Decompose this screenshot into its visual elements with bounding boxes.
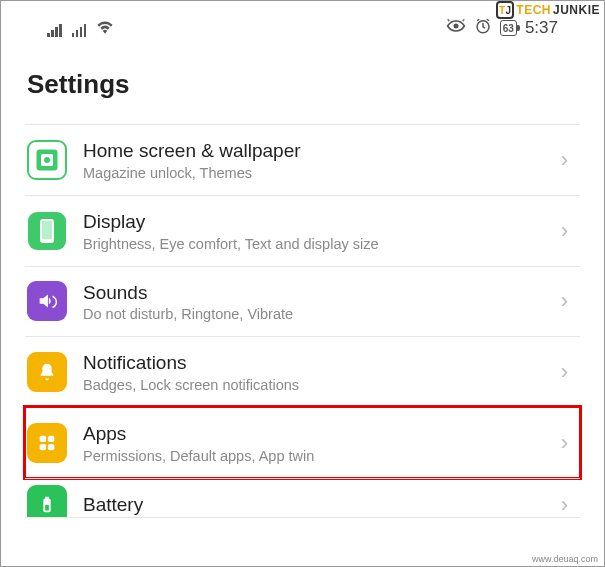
svg-rect-13: [40, 444, 46, 450]
row-subtitle: Do not disturb, Ringtone, Vibrate: [83, 306, 545, 322]
svg-rect-16: [45, 497, 49, 500]
page-title: Settings: [17, 45, 588, 124]
settings-row-battery[interactable]: Battery ›: [25, 478, 580, 518]
row-text: Notifications Badges, Lock screen notifi…: [83, 351, 545, 393]
apps-icon: [27, 423, 67, 463]
sounds-icon: [27, 281, 67, 321]
chevron-right-icon: ›: [561, 430, 572, 456]
alarm-icon: [474, 17, 492, 39]
svg-rect-11: [40, 436, 46, 442]
chevron-right-icon: ›: [561, 147, 572, 173]
display-icon: [27, 211, 67, 251]
watermark-text-2: JUNKIE: [553, 3, 600, 17]
watermark-text-1: TECH: [516, 3, 551, 17]
watermark-bottom: www.deuaq.com: [532, 554, 598, 564]
chevron-right-icon: ›: [561, 288, 572, 314]
row-subtitle: Brightness, Eye comfort, Text and displa…: [83, 236, 545, 252]
row-title: Display: [83, 210, 545, 234]
settings-row-sounds[interactable]: Sounds Do not disturb, Ringtone, Vibrate…: [25, 266, 580, 337]
battery-settings-icon: [27, 485, 67, 518]
row-text: Home screen & wallpaper Magazine unlock,…: [83, 139, 545, 181]
home-screen-icon: [27, 140, 67, 180]
row-title: Battery: [83, 493, 545, 517]
settings-row-notifications[interactable]: Notifications Badges, Lock screen notifi…: [25, 336, 580, 407]
clock-time: 5:37: [525, 18, 558, 38]
svg-point-7: [44, 157, 50, 163]
eye-comfort-icon: [446, 19, 466, 37]
row-subtitle: Badges, Lock screen notifications: [83, 377, 545, 393]
svg-point-0: [453, 24, 458, 29]
row-text: Sounds Do not disturb, Ringtone, Vibrate: [83, 281, 545, 323]
chevron-right-icon: ›: [561, 218, 572, 244]
status-bar-left: [47, 20, 114, 37]
svg-rect-10: [42, 221, 52, 239]
row-subtitle: Permissions, Default apps, App twin: [83, 448, 545, 464]
row-title: Sounds: [83, 281, 545, 305]
settings-list: Home screen & wallpaper Magazine unlock,…: [25, 124, 580, 518]
settings-row-home-screen[interactable]: Home screen & wallpaper Magazine unlock,…: [25, 124, 580, 195]
row-text: Apps Permissions, Default apps, App twin: [83, 422, 545, 464]
svg-line-2: [462, 19, 464, 21]
settings-row-apps[interactable]: Apps Permissions, Default apps, App twin…: [25, 407, 580, 478]
status-bar-right: 63 5:37: [446, 17, 558, 39]
row-text: Battery: [83, 493, 545, 517]
wifi-icon: [96, 20, 114, 37]
signal-icon-2: [72, 23, 87, 37]
row-title: Home screen & wallpaper: [83, 139, 545, 163]
svg-rect-17: [45, 505, 49, 511]
notifications-icon: [27, 352, 67, 392]
signal-icon: [47, 23, 62, 37]
row-subtitle: Magazine unlock, Themes: [83, 165, 545, 181]
svg-rect-12: [48, 436, 54, 442]
row-title: Apps: [83, 422, 545, 446]
phone-screen: 63 5:37 Settings Home screen & wallpaper…: [1, 1, 604, 518]
row-title: Notifications: [83, 351, 545, 375]
battery-percent: 63: [503, 23, 514, 34]
chevron-right-icon: ›: [561, 359, 572, 385]
settings-row-display[interactable]: Display Brightness, Eye comfort, Text an…: [25, 195, 580, 266]
row-text: Display Brightness, Eye comfort, Text an…: [83, 210, 545, 252]
chevron-right-icon: ›: [561, 492, 572, 518]
watermark-techjunkie: TJ TECHJUNKIE: [496, 1, 600, 19]
techjunkie-logo-icon: TJ: [496, 1, 514, 19]
svg-line-1: [447, 19, 449, 21]
svg-rect-14: [48, 444, 54, 450]
battery-icon: 63: [500, 20, 517, 36]
